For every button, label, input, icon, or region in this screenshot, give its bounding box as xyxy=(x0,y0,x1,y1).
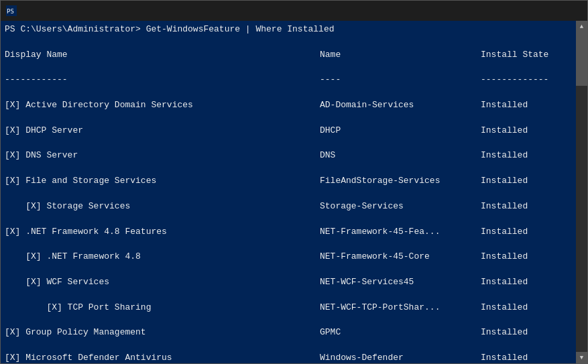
minimize-button[interactable] xyxy=(489,1,520,21)
table-row: [X] File and Storage ServicesFileAndStor… xyxy=(5,175,572,188)
table-row: [X] .NET Framework 4.8NET-Framework-45-C… xyxy=(5,251,572,263)
col-header-name: Name xyxy=(320,49,481,62)
table-row: [X] TCP Port SharingNET-WCF-TCP-PortShar… xyxy=(5,302,572,314)
separator-row: ----------------------------- xyxy=(5,74,572,86)
terminal-output[interactable]: PS C:\Users\Administrator> Get-WindowsFe… xyxy=(1,21,576,363)
table-row: [X] WCF ServicesNET-WCF-Services45Instal… xyxy=(5,276,572,289)
window: PS PS C:\Users\Administrator> Get-Window… xyxy=(0,0,588,364)
close-button[interactable] xyxy=(551,1,582,21)
table-row: [X] Active Directory Domain ServicesAD-D… xyxy=(5,99,572,112)
window-controls xyxy=(489,1,582,21)
table-row: [X] DNS ServerDNSInstalled xyxy=(5,149,572,162)
scroll-down[interactable]: ▼ xyxy=(576,352,587,363)
scroll-thumb[interactable] xyxy=(576,32,587,86)
table-row: [X] Group Policy ManagementGPMCInstalled xyxy=(5,326,572,339)
table-row: [X] .NET Framework 4.8 FeaturesNET-Frame… xyxy=(5,226,572,239)
prompt-line: PS C:\Users\Administrator> Get-WindowsFe… xyxy=(5,23,572,36)
table-row: [X] Microsoft Defender AntivirusWindows-… xyxy=(5,352,572,363)
table-row: [X] Storage ServicesStorage-ServicesInst… xyxy=(5,200,572,213)
svg-text:PS: PS xyxy=(7,8,14,15)
col-header-display: Display Name xyxy=(5,49,320,62)
terminal: PS C:\Users\Administrator> Get-WindowsFe… xyxy=(1,21,587,363)
title-bar: PS xyxy=(1,1,587,21)
window-icon: PS xyxy=(6,5,17,16)
table-row: [X] DHCP ServerDHCPInstalled xyxy=(5,125,572,137)
scrollbar[interactable]: ▲ ▼ xyxy=(576,21,587,363)
col-header-state: Install State xyxy=(481,49,548,62)
maximize-button[interactable] xyxy=(520,1,551,21)
header-row: Display NameNameInstall State xyxy=(5,49,572,62)
scroll-up[interactable]: ▲ xyxy=(576,21,587,32)
scroll-track[interactable] xyxy=(576,32,587,352)
